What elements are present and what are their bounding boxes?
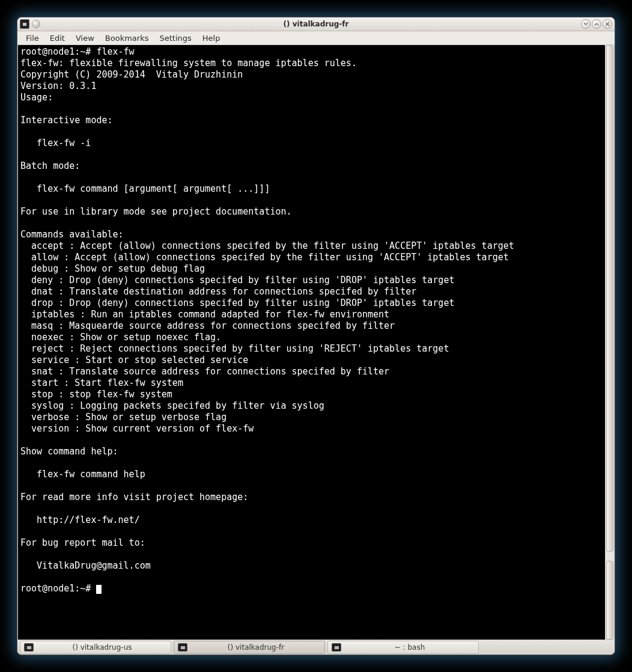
titlebar[interactable]: () vitalkadrug-fr: [17, 17, 615, 31]
taskbar-item-2[interactable]: ~ : bash: [327, 641, 479, 654]
close-button[interactable]: [603, 19, 612, 29]
titlebar-left: [20, 19, 62, 29]
scrollbar-handle-bottom[interactable]: [606, 561, 613, 640]
terminal-window: () vitalkadrug-fr File Edit View Bookmar…: [17, 17, 615, 655]
taskbar-label: ~ : bash: [345, 643, 475, 652]
maximize-button[interactable]: [592, 19, 601, 29]
menu-bookmarks[interactable]: Bookmarks: [100, 32, 154, 44]
chevron-down-icon: [583, 22, 588, 26]
window-title: () vitalkadrug-fr: [62, 20, 570, 28]
chevron-up-icon: [594, 22, 599, 26]
taskbar-label: () vitalkadrug-fr: [191, 643, 321, 652]
menu-help[interactable]: Help: [198, 32, 225, 44]
terminal-icon: [24, 643, 34, 652]
terminal-icon: [332, 643, 341, 652]
menu-edit[interactable]: Edit: [45, 32, 70, 44]
terminal-icon: [178, 643, 187, 652]
scrollbar-handle-top[interactable]: [606, 45, 613, 552]
terminal-output[interactable]: root@node1:~# flex-fw flex-fw: flexible …: [18, 45, 605, 640]
cursor: [96, 585, 102, 594]
menu-view[interactable]: View: [71, 32, 99, 44]
taskbar: () vitalkadrug-us () vitalkadrug-fr ~ : …: [17, 640, 615, 655]
minimize-button[interactable]: [581, 19, 591, 29]
menu-file[interactable]: File: [21, 32, 44, 44]
taskbar-label: () vitalkadrug-us: [37, 643, 167, 652]
taskbar-item-1[interactable]: () vitalkadrug-fr: [174, 641, 325, 654]
menu-settings[interactable]: Settings: [154, 32, 196, 44]
titlebar-dot-icon: [32, 20, 40, 28]
taskbar-item-0[interactable]: () vitalkadrug-us: [20, 641, 171, 654]
close-icon: [605, 22, 610, 26]
terminal-area: root@node1:~# flex-fw flex-fw: flexible …: [17, 45, 615, 640]
scrollbar[interactable]: [605, 45, 614, 640]
menubar: File Edit View Bookmarks Settings Help: [17, 31, 615, 45]
titlebar-right: [570, 19, 612, 29]
app-icon: [20, 19, 29, 29]
